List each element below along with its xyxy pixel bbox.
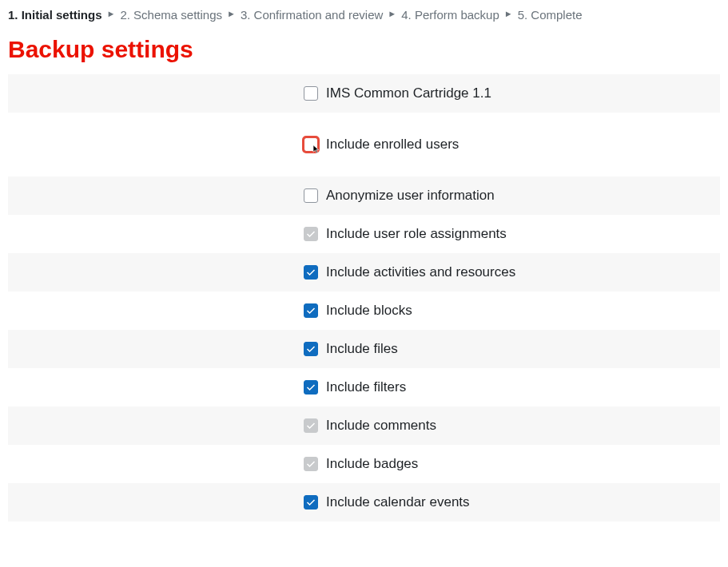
setting-label-roles: Include user role assignments <box>326 226 507 242</box>
wizard-step-1: 1. Initial settings <box>8 8 102 22</box>
chevron-right-icon: ► <box>227 10 236 18</box>
checkbox-calendar[interactable] <box>304 495 318 510</box>
setting-label-badges: Include badges <box>326 456 418 472</box>
setting-label-comments: Include comments <box>326 418 436 434</box>
checkbox-activities[interactable] <box>304 265 318 280</box>
wizard-progress: 1. Initial settings ► 2. Schema settings… <box>8 6 720 34</box>
wizard-step-4: 4. Perform backup <box>401 8 499 22</box>
chevron-right-icon: ► <box>388 10 396 18</box>
wizard-step-3: 3. Confirmation and review <box>241 8 383 22</box>
setting-row-activities: Include activities and resources <box>8 253 720 291</box>
checkbox-files[interactable] <box>304 342 318 356</box>
wizard-step-2: 2. Schema settings <box>120 8 222 22</box>
setting-label-activities: Include activities and resources <box>326 264 515 280</box>
setting-row-users: Include enrolled users <box>8 113 720 176</box>
checkbox-badges <box>304 457 318 471</box>
page-title: Backup settings <box>8 36 720 63</box>
setting-row-ims: IMS Common Cartridge 1.1 <box>8 74 720 113</box>
setting-row-comments: Include comments <box>8 406 720 445</box>
setting-label-users: Include enrolled users <box>326 137 459 153</box>
wizard-step-5: 5. Complete <box>518 8 583 22</box>
checkbox-roles <box>304 227 318 241</box>
checkbox-anon[interactable] <box>304 188 318 203</box>
setting-label-calendar: Include calendar events <box>326 494 470 510</box>
setting-row-filters: Include filters <box>8 368 720 406</box>
setting-label-files: Include files <box>326 341 398 357</box>
setting-row-badges: Include badges <box>8 445 720 483</box>
checkbox-ims[interactable] <box>304 86 318 101</box>
chevron-right-icon: ► <box>504 10 513 18</box>
setting-label-blocks: Include blocks <box>326 303 412 319</box>
checkbox-comments <box>304 418 318 433</box>
setting-row-files: Include files <box>8 330 720 368</box>
setting-row-calendar: Include calendar events <box>8 483 720 521</box>
settings-list: IMS Common Cartridge 1.1Include enrolled… <box>8 74 720 521</box>
setting-row-blocks: Include blocks <box>8 291 720 330</box>
checkbox-filters[interactable] <box>304 380 318 395</box>
mouse-cursor-icon <box>312 145 321 154</box>
setting-label-ims: IMS Common Cartridge 1.1 <box>326 85 491 101</box>
checkbox-users[interactable] <box>304 137 318 152</box>
setting-label-anon: Anonymize user information <box>326 188 495 204</box>
setting-label-filters: Include filters <box>326 379 406 395</box>
setting-row-roles: Include user role assignments <box>8 215 720 253</box>
chevron-right-icon: ► <box>107 10 116 18</box>
setting-row-anon: Anonymize user information <box>8 176 720 215</box>
checkbox-blocks[interactable] <box>304 303 318 318</box>
